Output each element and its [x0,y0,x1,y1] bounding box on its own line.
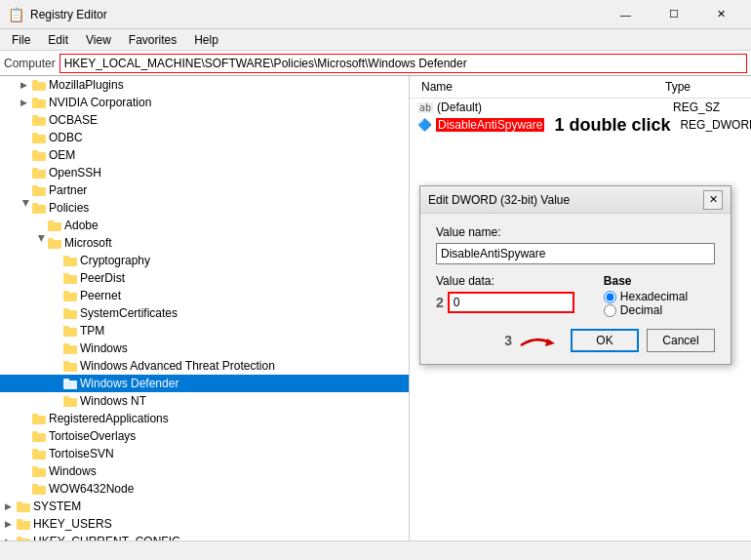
folder-icon [31,428,47,444]
tree-item-windefender[interactable]: Windows Defender [0,375,409,392]
toggle-policies[interactable]: ▶ [16,200,31,216]
tree-label: Policies [49,201,89,215]
svg-rect-17 [48,220,54,223]
toggle-mozillaplugins[interactable]: ▶ [16,77,31,93]
tree-item-ocbase[interactable]: OCBASE [0,111,409,129]
toggle-tortoisesvn [16,446,31,461]
menu-view[interactable]: View [78,31,119,49]
tree-label: Partner [49,183,87,197]
tree-label: Windows Defender [80,377,178,390]
value-data-input[interactable] [448,292,574,313]
tree-label: OpenSSH [49,166,101,180]
svg-rect-7 [32,133,38,136]
registry-entry-disableantispyware[interactable]: 🔷 DisableAntiSpyware 1 double click REG_… [410,116,751,134]
decimal-radio-row: Decimal [604,303,688,317]
tree-item-regapps[interactable]: RegisteredApplications [0,410,409,427]
svg-rect-49 [17,501,22,504]
cancel-button[interactable]: Cancel [647,329,715,352]
tree-item-policies[interactable]: ▶ Policies [0,199,409,217]
folder-icon [31,446,47,461]
tree-item-tortoisesvn[interactable]: TortoiseSVN [0,445,409,462]
folder-icon [16,499,31,514]
address-input[interactable] [59,54,747,73]
toggle-partner [16,182,31,198]
tree-item-wow6432[interactable]: WOW6432Node [0,480,409,498]
svg-rect-43 [32,449,38,452]
entry-name-default: (Default) [437,100,673,114]
tree-item-windowsnt[interactable]: Windows NT [0,392,409,410]
dialog-title: Edit DWORD (32-bit) Value [428,193,570,207]
tree-item-tortoiseoverlays[interactable]: TortoiseOverlays [0,427,409,445]
tree-label: RegisteredApplications [49,412,169,425]
tree-item-cryptography[interactable]: Cryptography [0,252,409,269]
tree-item-oem[interactable]: OEM [0,146,409,164]
toggle-system[interactable]: ▶ [0,499,16,514]
tree-label: Cryptography [80,254,150,267]
svg-rect-20 [63,258,77,266]
close-button[interactable]: ✕ [699,5,743,24]
svg-rect-6 [32,135,46,143]
title-bar: 📋 Registry Editor — ☐ ✕ [0,0,751,29]
tree-item-peernet[interactable]: Peernet [0,287,409,304]
registry-entry-default[interactable]: ab (Default) REG_SZ [410,99,751,116]
toggle-hkeycurrentconfig[interactable]: ▶ [0,534,16,540]
svg-rect-18 [48,240,61,249]
svg-rect-47 [32,484,38,487]
tree-item-peerdist[interactable]: PeerDist [0,269,409,287]
toggle-wow6432 [16,481,31,497]
svg-rect-2 [32,100,46,108]
decimal-label: Decimal [620,303,662,317]
tree-item-hkeycurrentconfig[interactable]: ▶ HKEY_CURRENT_CONFIG [0,533,409,540]
tree-item-partner[interactable]: Partner [0,181,409,199]
svg-rect-41 [32,431,38,434]
toggle-hkeyusers[interactable]: ▶ [0,516,16,532]
decimal-radio[interactable] [604,304,616,317]
svg-rect-22 [63,275,77,284]
dialog-body: Value name: Value data: 2 Base Hexadecim… [420,214,731,364]
svg-rect-44 [32,468,46,477]
svg-rect-32 [63,363,77,372]
dialog-close-button[interactable]: ✕ [703,190,723,210]
svg-rect-15 [32,203,38,206]
hexadecimal-radio[interactable] [604,291,616,303]
minimize-button[interactable]: — [604,5,648,24]
step2-label: 2 [436,295,444,310]
menu-edit[interactable]: Edit [40,31,76,49]
value-name-input[interactable] [436,243,715,264]
folder-icon [16,516,31,532]
window-controls: — ☐ ✕ [604,5,743,24]
tree-item-openssh[interactable]: OpenSSH [0,164,409,181]
menu-file[interactable]: File [4,31,38,49]
svg-rect-27 [63,308,69,311]
toggle-microsoft[interactable]: ▶ [31,235,47,251]
tree-item-tpm[interactable]: TPM [0,322,409,340]
svg-rect-36 [63,398,77,407]
toggle-watp [47,358,62,374]
tree-item-nvidia[interactable]: ▶ NVIDIA Corporation [0,94,409,111]
tree-item-windows[interactable]: Windows [0,340,409,357]
menu-help[interactable]: Help [186,31,226,49]
ok-button[interactable]: OK [571,329,639,352]
toggle-windows2 [16,463,31,479]
folder-icon [31,77,47,93]
tree-item-odbc[interactable]: ODBC [0,129,409,146]
maximize-button[interactable]: ☐ [652,5,695,24]
svg-rect-34 [63,380,77,389]
tree-item-systemcerts[interactable]: SystemCertificates [0,304,409,322]
tree-item-hkeyusers[interactable]: ▶ HKEY_USERS [0,515,409,533]
reg-icon-dword: 🔷 [417,118,432,132]
tree-item-microsoft[interactable]: ▶ Microsoft [0,234,409,252]
tree-item-system[interactable]: ▶ SYSTEM [0,498,409,515]
menu-favorites[interactable]: Favorites [121,31,184,49]
toggle-cryptography [47,253,62,268]
tree-item-windows2[interactable]: Windows [0,462,409,480]
svg-rect-30 [63,345,77,354]
toggle-nvidia[interactable]: ▶ [16,95,31,110]
tree-item-watp[interactable]: Windows Advanced Threat Protection [0,357,409,375]
tree-item-adobe[interactable]: Adobe [0,217,409,234]
toggle-tpm [47,323,62,339]
folder-icon [62,270,78,286]
tree-label: ODBC [49,131,83,144]
toggle-ocbase [16,112,31,128]
tree-item-mozillaplugins[interactable]: ▶ MozillaPlugins [0,76,409,94]
